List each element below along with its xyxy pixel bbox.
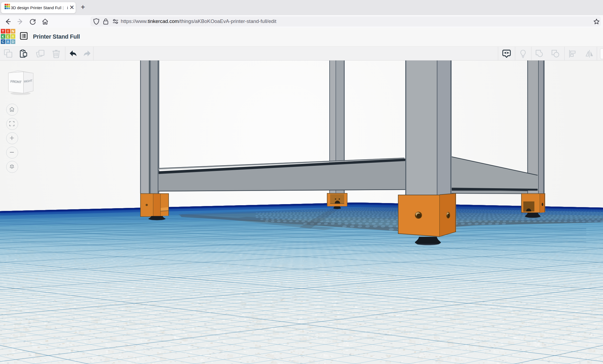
svg-text:R: R	[12, 35, 14, 39]
svg-text:N: N	[12, 29, 14, 33]
svg-text:E: E	[7, 35, 9, 39]
svg-text:I: I	[8, 29, 9, 33]
svg-text:D: D	[12, 40, 14, 44]
svg-text:A: A	[7, 40, 9, 44]
svg-text:C: C	[2, 40, 4, 44]
svg-text:T: T	[2, 29, 4, 33]
svg-text:FRONT: FRONT	[10, 79, 22, 84]
svg-text:K: K	[2, 35, 4, 39]
